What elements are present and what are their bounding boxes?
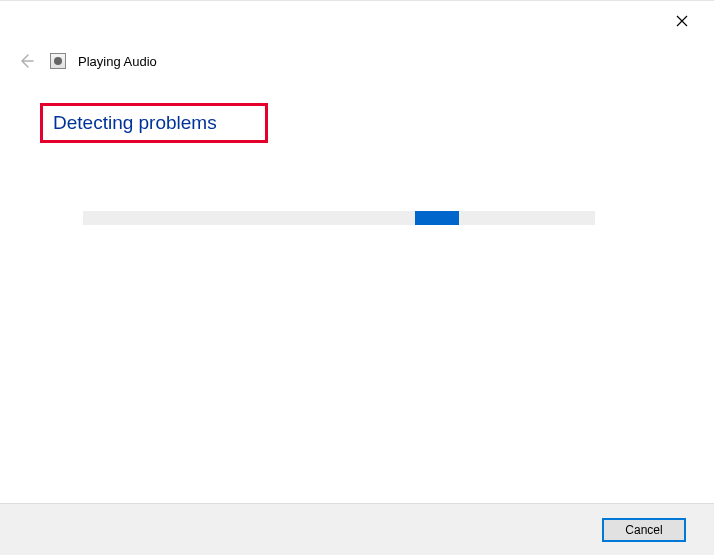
page-title: Playing Audio xyxy=(78,54,157,69)
progress-bar xyxy=(83,211,595,225)
troubleshooter-icon xyxy=(50,53,66,69)
titlebar xyxy=(672,1,714,41)
back-button xyxy=(16,51,36,71)
close-button[interactable] xyxy=(672,11,692,31)
cancel-button[interactable]: Cancel xyxy=(602,518,686,542)
close-icon xyxy=(676,15,688,27)
dialog-footer: Cancel xyxy=(0,503,714,555)
back-arrow-icon xyxy=(18,53,34,69)
progress-indicator xyxy=(415,211,459,225)
wizard-header: Playing Audio xyxy=(16,51,157,71)
status-heading: Detecting problems xyxy=(40,103,268,143)
